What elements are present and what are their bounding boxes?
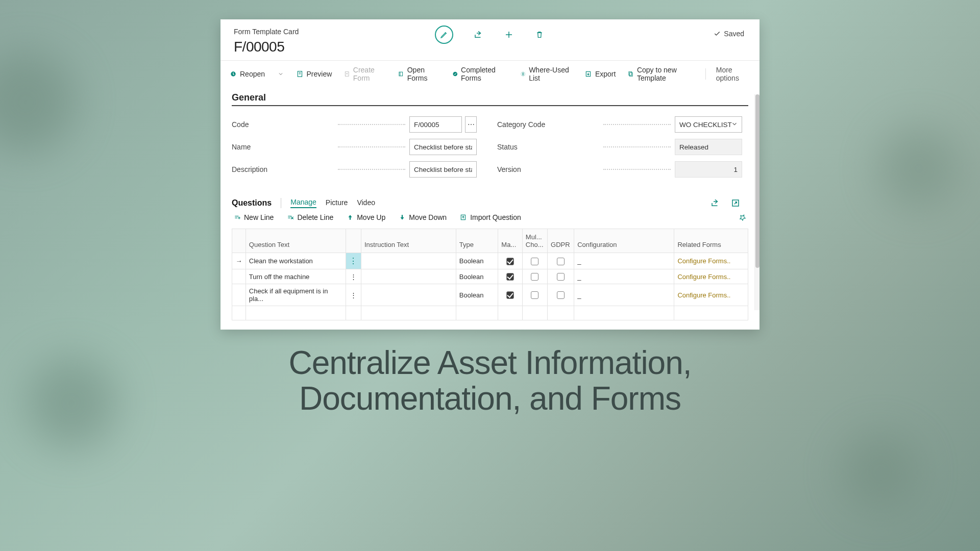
description-input[interactable] — [409, 161, 477, 178]
col-instruction[interactable]: Instruction Text — [361, 229, 456, 253]
svg-rect-8 — [629, 72, 632, 76]
cell-multichoice[interactable] — [522, 284, 547, 306]
cell-mandatory[interactable] — [498, 284, 522, 306]
pin-icon — [739, 214, 746, 221]
scrollbar[interactable] — [754, 93, 760, 309]
cell-related-forms[interactable]: Configure Forms.. — [674, 253, 748, 269]
create-icon — [344, 70, 350, 78]
cell-question[interactable]: Turn off the machine — [246, 269, 346, 284]
col-multichoice[interactable]: Mul...Cho... — [522, 229, 547, 253]
col-type[interactable]: Type — [456, 229, 498, 253]
code-input[interactable] — [409, 116, 462, 133]
cell-gdpr[interactable] — [548, 269, 574, 284]
import-question-button[interactable]: Import Question — [460, 213, 521, 221]
marketing-headline: Centralize Asset Information, Documentat… — [288, 345, 691, 417]
row-selector[interactable]: → — [232, 253, 246, 269]
share-icon — [474, 30, 483, 39]
import-icon — [460, 214, 467, 221]
new-button[interactable] — [503, 29, 514, 40]
cell-mandatory[interactable] — [498, 253, 522, 269]
svg-rect-7 — [630, 73, 633, 77]
col-mandatory[interactable]: Ma... — [498, 229, 522, 253]
delete-line-button[interactable]: Delete Line — [287, 213, 333, 221]
cell-gdpr[interactable] — [548, 253, 574, 269]
table-row[interactable]: Turn off the machine⋮Boolean_Configure F… — [232, 269, 748, 284]
questions-section-bar: Questions Manage Picture Video — [232, 198, 748, 208]
action-toolbar: Reopen Preview Create Form Open Forms Co… — [220, 60, 760, 87]
cell-related-forms[interactable]: Configure Forms.. — [674, 284, 748, 306]
cell-mandatory[interactable] — [498, 269, 522, 284]
move-down-button[interactable]: Move Down — [399, 213, 447, 221]
plus-icon — [504, 30, 513, 39]
general-section: General Code ⋯ Category Code — [232, 92, 748, 178]
col-related-forms[interactable]: Related Forms — [674, 229, 748, 253]
header-actions — [435, 26, 545, 44]
svg-point-5 — [522, 73, 524, 75]
tab-picture[interactable]: Picture — [326, 198, 348, 208]
table-empty-row[interactable] — [232, 306, 748, 320]
check-icon — [714, 30, 721, 37]
cell-type[interactable]: Boolean — [456, 253, 498, 269]
chevron-down-icon — [278, 71, 284, 77]
cell-question[interactable]: Check if all equipment is in pla... — [246, 284, 346, 306]
toolbar-divider — [705, 68, 706, 80]
reopen-button[interactable]: Reopen — [228, 69, 267, 79]
open-forms-button[interactable]: Open Forms — [396, 65, 442, 83]
col-gdpr[interactable]: GDPR — [548, 229, 574, 253]
field-code: Code ⋯ — [232, 116, 477, 133]
field-status: Status Released — [497, 139, 742, 155]
col-question-text[interactable]: Question Text — [246, 229, 346, 253]
copy-template-button[interactable]: Copy to new Template — [626, 65, 697, 83]
expand-icon[interactable] — [731, 198, 740, 208]
version-value: 1 — [675, 161, 742, 178]
cell-multichoice[interactable] — [522, 253, 547, 269]
cell-multichoice[interactable] — [522, 269, 547, 284]
code-lookup[interactable]: ⋯ — [465, 116, 477, 133]
cell-configuration[interactable]: _ — [574, 253, 674, 269]
arrow-down-icon — [399, 214, 406, 221]
questions-title: Questions — [232, 198, 272, 208]
delete-button[interactable] — [534, 29, 545, 40]
open-icon — [398, 70, 404, 78]
where-used-icon — [520, 70, 526, 78]
name-input[interactable] — [409, 139, 477, 155]
cell-configuration[interactable]: _ — [574, 284, 674, 306]
cell-related-forms[interactable]: Configure Forms.. — [674, 269, 748, 284]
row-selector[interactable] — [232, 269, 246, 284]
copy-icon — [628, 70, 634, 78]
col-configuration[interactable]: Configuration — [574, 229, 674, 253]
share-button[interactable] — [473, 29, 484, 40]
share-icon[interactable] — [710, 198, 720, 208]
cell-configuration[interactable]: _ — [574, 269, 674, 284]
tab-manage[interactable]: Manage — [290, 198, 316, 208]
row-menu[interactable]: ⋮ — [346, 284, 361, 306]
cell-type[interactable]: Boolean — [456, 284, 498, 306]
reopen-dropdown[interactable] — [275, 70, 286, 78]
create-form-button[interactable]: Create Form — [342, 65, 388, 83]
cell-question[interactable]: Clean the workstation — [246, 253, 346, 269]
new-line-button[interactable]: New Line — [234, 213, 274, 221]
preview-button[interactable]: Preview — [295, 69, 334, 79]
cell-instruction[interactable] — [361, 269, 456, 284]
edit-button[interactable] — [435, 26, 453, 44]
export-button[interactable]: Export — [583, 69, 618, 79]
cell-gdpr[interactable] — [548, 284, 574, 306]
reopen-icon — [230, 70, 237, 78]
table-row[interactable]: Check if all equipment is in pla...⋮Bool… — [232, 284, 748, 306]
more-options-button[interactable]: More options — [714, 65, 752, 83]
questions-toolbar: New Line Delete Line Move Up Move Down I… — [232, 208, 748, 227]
row-menu[interactable]: ⋮ — [346, 269, 361, 284]
row-selector[interactable] — [232, 284, 246, 306]
category-code-select[interactable] — [675, 116, 742, 133]
move-up-button[interactable]: Move Up — [347, 213, 385, 221]
tab-video[interactable]: Video — [357, 198, 375, 208]
completed-forms-button[interactable]: Completed Forms — [450, 65, 510, 83]
personalize-button[interactable] — [739, 214, 746, 221]
table-row[interactable]: →Clean the workstation⋮Boolean_Configure… — [232, 253, 748, 269]
form-template-card: Form Template Card F/00005 Saved Reopen — [220, 19, 760, 330]
where-used-button[interactable]: Where-Used List — [518, 65, 575, 83]
row-menu[interactable]: ⋮ — [346, 253, 361, 269]
cell-instruction[interactable] — [361, 284, 456, 306]
cell-instruction[interactable] — [361, 253, 456, 269]
cell-type[interactable]: Boolean — [456, 269, 498, 284]
